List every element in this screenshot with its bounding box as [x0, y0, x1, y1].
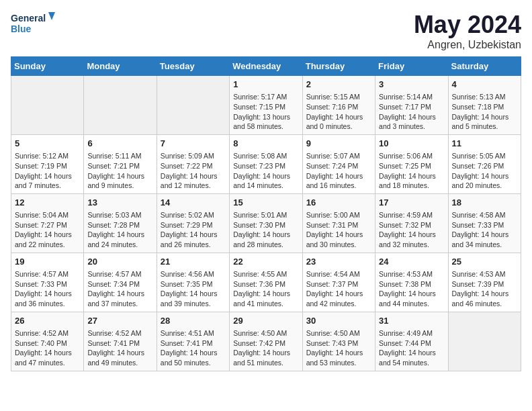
- week-row-2: 5Sunrise: 5:12 AMSunset: 7:19 PMDaylight…: [11, 134, 521, 193]
- calendar-cell: 18Sunrise: 4:58 AMSunset: 7:33 PMDayligh…: [448, 193, 521, 253]
- cell-info: Sunrise: 5:03 AMSunset: 7:28 PMDaylight:…: [87, 210, 152, 250]
- day-number: 27: [87, 315, 152, 327]
- day-number: 1: [233, 79, 298, 91]
- header-day-thursday: Thursday: [302, 57, 375, 76]
- day-number: 18: [452, 197, 517, 209]
- cell-info: Sunrise: 4:51 AMSunset: 7:41 PMDaylight:…: [161, 328, 226, 368]
- header-day-saturday: Saturday: [448, 57, 521, 76]
- day-number: 20: [87, 256, 152, 268]
- header-day-sunday: Sunday: [11, 57, 84, 76]
- day-number: 16: [306, 197, 371, 209]
- month-title: May 2024: [414, 11, 521, 39]
- cell-info: Sunrise: 5:05 AMSunset: 7:26 PMDaylight:…: [452, 151, 517, 191]
- cell-info: Sunrise: 5:00 AMSunset: 7:31 PMDaylight:…: [306, 210, 371, 250]
- calendar-cell: 3Sunrise: 5:14 AMSunset: 7:17 PMDaylight…: [375, 76, 448, 135]
- calendar-cell: 11Sunrise: 5:05 AMSunset: 7:26 PMDayligh…: [448, 134, 521, 193]
- calendar-cell: 9Sunrise: 5:07 AMSunset: 7:24 PMDaylight…: [302, 134, 375, 193]
- day-number: 26: [15, 315, 80, 327]
- day-number: 15: [233, 197, 298, 209]
- cell-info: Sunrise: 5:06 AMSunset: 7:25 PMDaylight:…: [379, 151, 444, 191]
- svg-text:General: General: [11, 13, 46, 24]
- logo: General Blue: [11, 11, 58, 38]
- cell-info: Sunrise: 5:04 AMSunset: 7:27 PMDaylight:…: [15, 210, 80, 250]
- cell-info: Sunrise: 5:13 AMSunset: 7:18 PMDaylight:…: [452, 92, 517, 132]
- day-number: 8: [233, 138, 298, 150]
- page-header: General Blue May 2024 Angren, Uzbekistan: [11, 11, 521, 51]
- calendar-cell: [157, 76, 229, 135]
- calendar-cell: 20Sunrise: 4:57 AMSunset: 7:34 PMDayligh…: [84, 253, 157, 312]
- cell-info: Sunrise: 5:15 AMSunset: 7:16 PMDaylight:…: [306, 92, 371, 132]
- calendar-cell: 30Sunrise: 4:50 AMSunset: 7:43 PMDayligh…: [302, 312, 375, 371]
- day-number: 6: [87, 138, 152, 150]
- cell-info: Sunrise: 4:50 AMSunset: 7:43 PMDaylight:…: [306, 328, 371, 368]
- day-number: 22: [233, 256, 298, 268]
- day-number: 21: [161, 256, 226, 268]
- svg-text:Blue: Blue: [11, 24, 32, 34]
- cell-info: Sunrise: 4:54 AMSunset: 7:37 PMDaylight:…: [306, 269, 371, 309]
- calendar-cell: 5Sunrise: 5:12 AMSunset: 7:19 PMDaylight…: [11, 134, 84, 193]
- calendar-cell: 6Sunrise: 5:11 AMSunset: 7:21 PMDaylight…: [84, 134, 157, 193]
- calendar-cell: 25Sunrise: 4:53 AMSunset: 7:39 PMDayligh…: [448, 253, 521, 312]
- calendar-cell: [11, 76, 84, 135]
- calendar-cell: 13Sunrise: 5:03 AMSunset: 7:28 PMDayligh…: [84, 193, 157, 253]
- cell-info: Sunrise: 5:17 AMSunset: 7:15 PMDaylight:…: [233, 92, 298, 132]
- day-number: 4: [452, 79, 517, 91]
- calendar-cell: 19Sunrise: 4:57 AMSunset: 7:33 PMDayligh…: [11, 253, 84, 312]
- day-number: 24: [379, 256, 444, 268]
- calendar-cell: 1Sunrise: 5:17 AMSunset: 7:15 PMDaylight…: [230, 76, 302, 135]
- logo-svg: General Blue: [11, 11, 58, 38]
- svg-marker-2: [48, 12, 55, 20]
- header-day-monday: Monday: [84, 57, 157, 76]
- calendar-cell: 22Sunrise: 4:55 AMSunset: 7:36 PMDayligh…: [230, 253, 302, 312]
- calendar-cell: [84, 76, 157, 135]
- location: Angren, Uzbekistan: [414, 39, 521, 51]
- day-number: 13: [87, 197, 152, 209]
- day-number: 5: [15, 138, 80, 150]
- day-number: 17: [379, 197, 444, 209]
- cell-info: Sunrise: 4:53 AMSunset: 7:39 PMDaylight:…: [452, 269, 517, 309]
- week-row-5: 26Sunrise: 4:52 AMSunset: 7:40 PMDayligh…: [11, 312, 521, 371]
- cell-info: Sunrise: 5:11 AMSunset: 7:21 PMDaylight:…: [87, 151, 152, 191]
- calendar-cell: 15Sunrise: 5:01 AMSunset: 7:30 PMDayligh…: [230, 193, 302, 253]
- cell-info: Sunrise: 5:07 AMSunset: 7:24 PMDaylight:…: [306, 151, 371, 191]
- cell-info: Sunrise: 4:56 AMSunset: 7:35 PMDaylight:…: [161, 269, 226, 309]
- calendar-cell: 4Sunrise: 5:13 AMSunset: 7:18 PMDaylight…: [448, 76, 521, 135]
- header-row: SundayMondayTuesdayWednesdayThursdayFrid…: [11, 57, 521, 76]
- day-number: 23: [306, 256, 371, 268]
- cell-info: Sunrise: 5:01 AMSunset: 7:30 PMDaylight:…: [233, 210, 298, 250]
- calendar-cell: 24Sunrise: 4:53 AMSunset: 7:38 PMDayligh…: [375, 253, 448, 312]
- calendar-cell: 8Sunrise: 5:08 AMSunset: 7:23 PMDaylight…: [230, 134, 302, 193]
- header-day-wednesday: Wednesday: [230, 57, 302, 76]
- cell-info: Sunrise: 4:57 AMSunset: 7:34 PMDaylight:…: [87, 269, 152, 309]
- calendar-cell: 23Sunrise: 4:54 AMSunset: 7:37 PMDayligh…: [302, 253, 375, 312]
- cell-info: Sunrise: 4:59 AMSunset: 7:32 PMDaylight:…: [379, 210, 444, 250]
- cell-info: Sunrise: 5:09 AMSunset: 7:22 PMDaylight:…: [161, 151, 226, 191]
- cell-info: Sunrise: 4:58 AMSunset: 7:33 PMDaylight:…: [452, 210, 517, 250]
- cell-info: Sunrise: 4:49 AMSunset: 7:44 PMDaylight:…: [379, 328, 444, 368]
- day-number: 28: [161, 315, 226, 327]
- day-number: 25: [452, 256, 517, 268]
- calendar-cell: 2Sunrise: 5:15 AMSunset: 7:16 PMDaylight…: [302, 76, 375, 135]
- calendar-cell: 14Sunrise: 5:02 AMSunset: 7:29 PMDayligh…: [157, 193, 229, 253]
- day-number: 29: [233, 315, 298, 327]
- calendar-table: SundayMondayTuesdayWednesdayThursdayFrid…: [11, 56, 521, 371]
- calendar-cell: [448, 312, 521, 371]
- day-number: 3: [379, 79, 444, 91]
- cell-info: Sunrise: 4:50 AMSunset: 7:42 PMDaylight:…: [233, 328, 298, 368]
- cell-info: Sunrise: 4:52 AMSunset: 7:41 PMDaylight:…: [87, 328, 152, 368]
- calendar-cell: 31Sunrise: 4:49 AMSunset: 7:44 PMDayligh…: [375, 312, 448, 371]
- week-row-1: 1Sunrise: 5:17 AMSunset: 7:15 PMDaylight…: [11, 76, 521, 135]
- cell-info: Sunrise: 4:52 AMSunset: 7:40 PMDaylight:…: [15, 328, 80, 368]
- cell-info: Sunrise: 4:57 AMSunset: 7:33 PMDaylight:…: [15, 269, 80, 309]
- cell-info: Sunrise: 4:55 AMSunset: 7:36 PMDaylight:…: [233, 269, 298, 309]
- calendar-cell: 7Sunrise: 5:09 AMSunset: 7:22 PMDaylight…: [157, 134, 229, 193]
- calendar-cell: 10Sunrise: 5:06 AMSunset: 7:25 PMDayligh…: [375, 134, 448, 193]
- cell-info: Sunrise: 5:14 AMSunset: 7:17 PMDaylight:…: [379, 92, 444, 132]
- day-number: 30: [306, 315, 371, 327]
- calendar-cell: 26Sunrise: 4:52 AMSunset: 7:40 PMDayligh…: [11, 312, 84, 371]
- day-number: 31: [379, 315, 444, 327]
- week-row-3: 12Sunrise: 5:04 AMSunset: 7:27 PMDayligh…: [11, 193, 521, 253]
- day-number: 12: [15, 197, 80, 209]
- header-day-tuesday: Tuesday: [157, 57, 229, 76]
- day-number: 11: [452, 138, 517, 150]
